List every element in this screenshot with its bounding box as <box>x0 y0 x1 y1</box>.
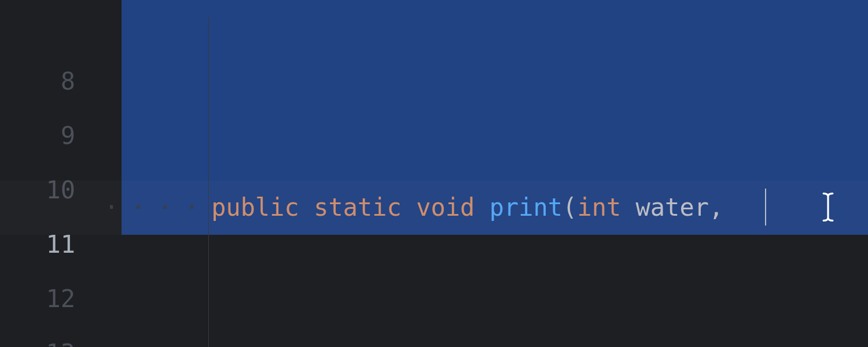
identifier: water <box>636 193 709 222</box>
whitespace-guide: ···· <box>104 193 211 222</box>
keyword: void <box>416 193 475 222</box>
method-name: print <box>490 193 562 222</box>
line-number: 8 <box>0 54 75 109</box>
keyword: int <box>577 193 621 222</box>
paren: ( <box>562 193 577 222</box>
keyword: static <box>314 193 402 222</box>
text-caret <box>765 189 766 226</box>
code-line[interactable]: ····public static void print(int water, <box>104 180 868 235</box>
paren: , <box>709 193 723 222</box>
line-number: 9 <box>0 109 75 163</box>
keyword: public <box>211 193 299 222</box>
line-number-gutter: 8 9 10 11 12 13 <box>0 0 104 347</box>
code-area[interactable]: ····public static void print(int water, … <box>104 0 868 347</box>
code-editor[interactable]: 8 9 10 11 12 13 ····public static void p… <box>0 0 868 347</box>
code-lines[interactable]: ····public static void print(int water, … <box>104 0 868 347</box>
ibeam-cursor-icon <box>822 192 834 222</box>
line-number: 13 <box>0 326 75 347</box>
line-number: 12 <box>0 272 75 326</box>
